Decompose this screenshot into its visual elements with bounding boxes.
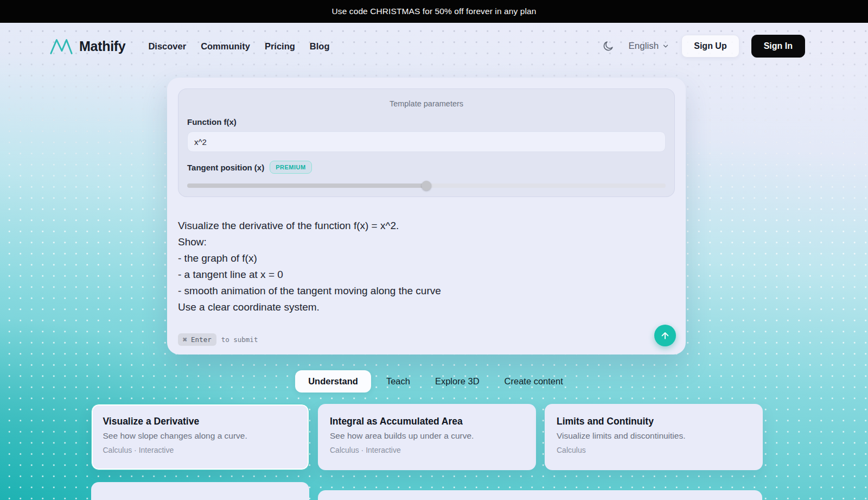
card-title: Limits and Continuity (557, 416, 751, 427)
moon-icon (602, 40, 614, 52)
card-title: Integral as Accumulated Area (330, 416, 524, 427)
card-description: See how area builds up under a curve. (330, 431, 524, 441)
slider-thumb[interactable] (422, 181, 431, 191)
brand-name: Mathify (79, 39, 125, 54)
function-input[interactable] (187, 131, 666, 152)
prompt-text[interactable]: Visualize the derivative of the function… (178, 218, 675, 315)
template-card-partial-left[interactable] (91, 482, 309, 500)
chevron-down-icon (662, 42, 669, 50)
prompt-line: - the graph of f(x) (178, 250, 675, 267)
tab-teach[interactable]: Teach (376, 370, 420, 393)
tab-explore-3d[interactable]: Explore 3D (425, 370, 489, 393)
nav-item-discover[interactable]: Discover (148, 41, 186, 52)
card-description: See how slope changes along a curve. (103, 431, 298, 441)
nav-item-blog[interactable]: Blog (310, 41, 330, 52)
card-meta: Calculus · Interactive (330, 446, 524, 454)
tangent-position-slider[interactable] (187, 181, 666, 191)
tab-create-content[interactable]: Create content (495, 370, 573, 393)
tangent-position-row: Tangent position (x) PREMIUM (187, 161, 666, 174)
language-selector[interactable]: English (628, 41, 669, 52)
sign-up-button[interactable]: Sign Up (681, 35, 739, 58)
sign-in-button[interactable]: Sign In (751, 35, 805, 58)
card-meta: Calculus · Interactive (103, 446, 298, 454)
category-tabs: Understand Teach Explore 3D Create conte… (0, 370, 868, 393)
prompt-line: - smooth animation of the tangent moving… (178, 283, 675, 299)
promo-banner-text: Use code CHRISTMAS for 50% off forever i… (332, 7, 537, 16)
brand-logo[interactable]: Mathify (49, 36, 125, 56)
prompt-line: - a tangent line at x = 0 (178, 267, 675, 283)
theme-toggle-button[interactable] (600, 38, 616, 54)
card-description: Visualize limits and discontinuities. (557, 431, 751, 441)
template-card-row: Visualize a Derivative See how slope cha… (91, 404, 763, 470)
submit-hint: ⌘ Enter to submit (178, 333, 258, 346)
submit-button[interactable] (654, 325, 676, 346)
template-parameters-title: Template parameters (187, 89, 666, 108)
prompt-line: Visualize the derivative of the function… (178, 218, 675, 234)
card-title: Visualize a Derivative (103, 416, 298, 427)
function-field-label: Function f(x) (187, 117, 666, 126)
template-card-limits-continuity[interactable]: Limits and Continuity Visualize limits a… (545, 404, 763, 470)
page-background: Use code CHRISTMAS for 50% off forever i… (0, 0, 868, 500)
tangent-position-label: Tangent position (x) (187, 163, 264, 172)
tab-understand[interactable]: Understand (295, 370, 371, 393)
mathify-logo-icon (49, 36, 74, 56)
nav-item-community[interactable]: Community (201, 41, 250, 52)
template-card-partial-right[interactable] (318, 490, 762, 500)
language-label: English (628, 41, 659, 52)
prompt-line: Show: (178, 234, 675, 250)
main-nav: Discover Community Pricing Blog (148, 41, 329, 52)
card-meta: Calculus (557, 446, 751, 454)
template-parameters-panel: Template parameters Function f(x) Tangen… (178, 88, 675, 197)
prompt-composer-card: Template parameters Function f(x) Tangen… (167, 78, 686, 355)
promo-banner: Use code CHRISTMAS for 50% off forever i… (0, 0, 868, 23)
premium-badge: PREMIUM (270, 161, 311, 174)
site-header: Mathify Discover Community Pricing Blog … (0, 23, 868, 69)
header-actions: English Sign Up Sign In (600, 35, 805, 58)
arrow-up-icon (660, 330, 671, 341)
prompt-line: Use a clear coordinate system. (178, 299, 675, 315)
nav-item-pricing[interactable]: Pricing (265, 41, 295, 52)
submit-hint-text: to submit (221, 336, 258, 344)
template-card-integral-area[interactable]: Integral as Accumulated Area See how are… (318, 404, 536, 470)
template-card-visualize-derivative[interactable]: Visualize a Derivative See how slope cha… (91, 404, 309, 470)
cmd-enter-chip: ⌘ Enter (178, 333, 216, 346)
slider-fill (187, 183, 426, 188)
